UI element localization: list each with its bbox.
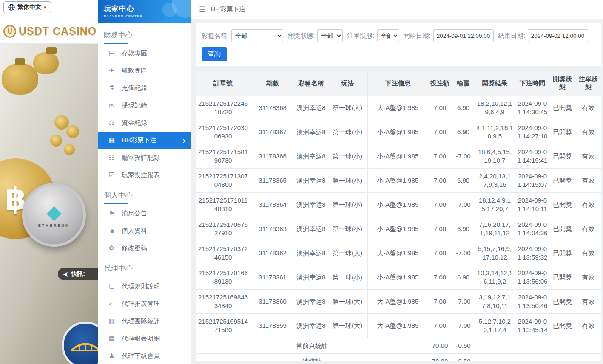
agent-rules-icon: ❏ (109, 282, 122, 290)
sidebar-item-recharge-record[interactable]: ⚗充值記錄 (98, 79, 191, 96)
sidebar-item-change-password[interactable]: ⚙修改密碼 (98, 240, 191, 257)
cell-amount: 7.00 (428, 169, 452, 193)
sidebar-item-agent-sub-members[interactable]: ♟代理下級會員 (98, 347, 191, 364)
cell-lottery: 澳洲幸运8 (295, 290, 327, 314)
cell-amount: 7.00 (428, 290, 452, 314)
cell-status: 有效 (575, 217, 602, 241)
cell-result: 18,6,4,5,15,19,10,7 (475, 144, 515, 169)
money-bag-icon (33, 52, 59, 74)
cell-order: 2152172517130704800 (196, 169, 250, 193)
sidebar-item-agent-report-detail[interactable]: ▤代理報表明細 (98, 330, 191, 347)
order-status-select[interactable]: 全部 (377, 29, 399, 42)
hamburger-menu-icon[interactable]: ☰ (199, 5, 205, 14)
promo-photo: ฿ ◆ ETHEREUM (0, 44, 98, 364)
cell-win: -7.00 (452, 193, 475, 217)
agent-promotion-icon: < (109, 300, 122, 308)
ticker-label: 快訊: (71, 270, 85, 278)
cell-info: 小-A盤@1.985 (368, 217, 428, 241)
cell-play: 第一球(小) (327, 193, 368, 217)
sidebar-item-label: 廳室投註記錄 (122, 154, 160, 162)
ethereum-label: ETHEREUM (38, 223, 70, 228)
cell-win: 6.90 (452, 217, 475, 241)
draw-status-select[interactable]: 全部 (317, 29, 343, 42)
ethereum-coin-icon: ◆ ETHEREUM (22, 183, 86, 247)
sidebar-item-deposit-zone[interactable]: ▤存款專區 (98, 45, 191, 62)
recharge-record-icon: ⚗ (109, 84, 122, 92)
column-header: 投注額 (428, 71, 452, 96)
cell-play: 第一球(小) (327, 169, 368, 193)
cell-time: 2024-09-01 13:45:14 (515, 314, 550, 338)
total-stats-row: 總統計70.00-0.50 (196, 354, 602, 361)
caret-down-icon: ▾ (44, 5, 46, 10)
cell-draw: 已開獎 (550, 265, 575, 290)
funds-record-icon: ⚖ (109, 119, 122, 127)
cell-order: 2152172517037246150 (196, 241, 250, 265)
cell-lottery: 澳洲幸运8 (295, 314, 327, 338)
sidebar-item-agent-team-stats[interactable]: ▥代理團隊統計 (98, 313, 191, 330)
cell-order: 2152172516984634840 (196, 290, 250, 314)
cell-amount: 7.00 (428, 241, 452, 265)
sidebar-item-label: 提現記錄 (122, 102, 147, 110)
cell-win: -7.00 (452, 144, 475, 169)
stats-win-loss: -0.50 (452, 338, 475, 354)
cell-time: 2024-09-01 14:30:45 (515, 96, 550, 120)
stats-bet-amount: 70.00 (428, 338, 452, 354)
gold-coin-icon (50, 135, 62, 147)
sidebar-header: 玩家中心 PLAYERS CENTER (98, 0, 191, 23)
cell-result: 3,19,12,7,17,8,10,11 (475, 290, 515, 314)
cell-draw: 已開獎 (550, 96, 575, 120)
brand-logo: U USDT CASINO (0, 19, 98, 44)
cell-amount: 7.00 (428, 120, 452, 144)
cell-result: 5,15,7,16,9,17,10,12 (475, 241, 515, 265)
cell-result: 5,12,7,10,20,1,17,4 (475, 314, 515, 338)
lottery-filter-label: 彩種名稱: (202, 32, 229, 40)
cell-time: 2024-09-01 13:56:06 (515, 265, 550, 290)
end-date-input[interactable] (528, 29, 588, 42)
cell-play: 第一球(小) (327, 265, 368, 290)
cell-period: 31178361 (250, 265, 295, 290)
cell-result: 18,2,10,12,19,6,4,9 (475, 96, 515, 120)
sidebar-item-hh-lottery-bets[interactable]: ▦HH彩票下注› (98, 132, 191, 149)
withdraw-record-icon: ✉ (109, 102, 122, 109)
table-body: 215217251722451072031178368澳洲幸运8第一球(大)大-… (196, 96, 602, 361)
cell-amount: 7.00 (428, 96, 452, 120)
draw-status-label: 開獎狀態: (287, 32, 315, 40)
cell-play: 第一球(大) (327, 241, 368, 265)
sidebar-item-label: 代理報表明細 (122, 335, 160, 343)
language-selector[interactable]: 繁体中文 ▾ (3, 1, 51, 13)
sidebar-item-room-bet-record[interactable]: ☷廳室投註記錄 (98, 149, 191, 166)
page-title: HH彩票下注 (210, 6, 245, 14)
sidebar-item-player-bet-report[interactable]: ☑玩家投注報表 (98, 166, 191, 183)
sidebar-title: 玩家中心 (104, 4, 191, 14)
cell-info: 小-A盤@1.985 (368, 193, 428, 217)
sidebar-item-agent-promotion[interactable]: <代理推廣管理 (98, 295, 191, 312)
cell-result: 10,3,14,12,16,11,9,2 (475, 265, 515, 290)
cell-play: 第一球(大) (327, 314, 368, 338)
page-stats-row: 當前頁統計70.00-0.50 (196, 338, 602, 354)
sidebar-item-funds-record[interactable]: ⚖資金記錄 (98, 114, 191, 131)
cell-order: 2152172517158190730 (196, 144, 250, 169)
column-header: 下注時間 (515, 71, 550, 96)
cell-order: 2152172517016689130 (196, 265, 250, 290)
search-button[interactable]: 查詢 (202, 47, 227, 61)
profile-icon: ☻ (109, 227, 122, 234)
cell-status: 有效 (575, 169, 602, 193)
start-date-input[interactable] (433, 29, 494, 42)
cell-info: 小-A盤@1.985 (368, 144, 428, 169)
cell-time: 2024-09-01 13:59:32 (515, 241, 550, 265)
sidebar-item-announcements[interactable]: ⚑消息公告 (98, 205, 191, 222)
lottery-select[interactable]: 全部 (231, 29, 283, 42)
sidebar-item-profile[interactable]: ☻個人資料 (98, 222, 191, 239)
sidebar-item-agent-rules[interactable]: ❏代理規則說明 (98, 278, 191, 295)
cell-time: 2024-09-01 14:19:41 (515, 144, 550, 169)
sidebar-item-withdraw-record[interactable]: ✉提現記錄 (98, 97, 191, 114)
cell-lottery: 澳洲幸运8 (295, 193, 327, 217)
cell-lottery: 澳洲幸运8 (295, 241, 327, 265)
table-row: 215217251713070480031178365澳洲幸运8第一球(小)小-… (196, 169, 602, 193)
language-label: 繁体中文 (17, 3, 41, 11)
cell-status: 有效 (575, 144, 602, 169)
cell-draw: 已開獎 (550, 241, 575, 265)
cell-play: 第一球(小) (327, 144, 368, 169)
sidebar-item-withdraw-zone[interactable]: ✈取款專區 (98, 62, 191, 79)
cell-win: 6.90 (452, 120, 475, 144)
